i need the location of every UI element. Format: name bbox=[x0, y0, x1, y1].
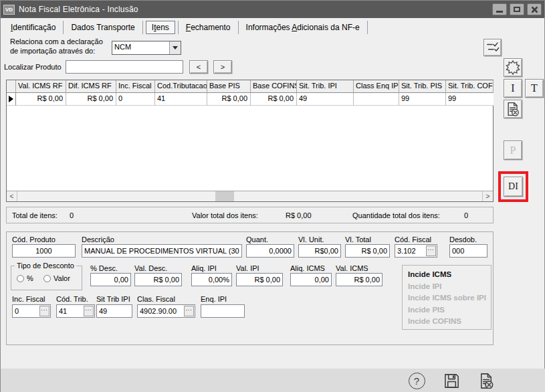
cod-fiscal-lookup-button[interactable]: ... bbox=[426, 246, 436, 256]
table-cell: R$ 0,00 bbox=[66, 93, 116, 106]
tab-dados-transporte[interactable]: Dados Transporte bbox=[64, 21, 142, 34]
cod-produto-label: Cód. Produto bbox=[12, 235, 56, 243]
inc-fiscal-label: Inc. Fiscal bbox=[12, 295, 45, 303]
descricao-input[interactable] bbox=[82, 244, 242, 258]
tab-informacoes-adicionais[interactable]: Informações Adicionais da NF-e bbox=[239, 21, 367, 34]
incide-icms-status: Incide ICMS bbox=[408, 269, 491, 281]
column-header[interactable]: Dif. ICMS RF bbox=[66, 80, 116, 93]
sit-trib-ipi-input[interactable] bbox=[96, 304, 132, 318]
vl-total-input[interactable] bbox=[345, 244, 390, 258]
help-button[interactable]: ? bbox=[407, 371, 426, 390]
scrollbar-thumb[interactable] bbox=[215, 191, 234, 201]
p-button: P bbox=[504, 140, 522, 160]
column-header[interactable]: Class Enq IPI bbox=[354, 80, 399, 93]
document-x-icon bbox=[505, 101, 521, 117]
desdob-input[interactable] bbox=[449, 244, 487, 258]
tab-fechamento[interactable]: Fechamento bbox=[179, 21, 238, 34]
quant-input[interactable] bbox=[246, 244, 294, 258]
enq-ipi-label: Enq. IPI bbox=[201, 295, 227, 303]
radio-icon bbox=[43, 275, 51, 282]
val-icms-input[interactable] bbox=[336, 273, 383, 286]
close-button[interactable] bbox=[527, 3, 542, 15]
items-table: Val. ICMS RF Dif. ICMS RF Inc. Fiscal Co… bbox=[6, 80, 494, 202]
cancel-button[interactable] bbox=[477, 371, 496, 390]
column-header[interactable]: Sit. Trib. IPI bbox=[297, 80, 354, 93]
titlebar: VD Nota Fiscal Eletrônica - Inclusão bbox=[1, 1, 544, 18]
enq-ipi-input[interactable] bbox=[201, 304, 245, 318]
incide-pis-status: Incide PIS bbox=[408, 304, 491, 316]
scroll-right-button[interactable]: > bbox=[482, 191, 493, 201]
cancel-document-button[interactable] bbox=[504, 100, 522, 118]
tipo-desconto-groupbox: Tipo de Desconto % Valor bbox=[11, 266, 82, 290]
next-product-button[interactable]: > bbox=[213, 60, 232, 74]
inc-fiscal-lookup-button[interactable]: ... bbox=[39, 306, 49, 316]
document-x-icon bbox=[477, 372, 496, 390]
aliq-ipi-input[interactable] bbox=[191, 273, 232, 286]
chevron-down-icon bbox=[173, 46, 178, 50]
aliq-icms-input[interactable] bbox=[290, 273, 332, 286]
table-cell: R$ 0,00 bbox=[251, 93, 297, 106]
localizar-produto-label: Localizar Produto bbox=[4, 63, 62, 71]
minimize-icon bbox=[496, 11, 503, 13]
table-cell: 0 bbox=[116, 93, 155, 106]
inc-fiscal-field[interactable]: 0 ... bbox=[12, 304, 51, 318]
aliq-ipi-label: Aliq. IPI bbox=[191, 264, 217, 272]
column-header[interactable]: Sit. Trib. PIS bbox=[399, 80, 446, 93]
val-desc-input[interactable] bbox=[134, 273, 182, 286]
selector-column-header bbox=[7, 80, 16, 93]
column-header[interactable]: Base PIS bbox=[207, 80, 251, 93]
di-button[interactable]: DI bbox=[504, 177, 523, 197]
text-button[interactable]: T bbox=[525, 79, 544, 98]
tab-itens[interactable]: Itens bbox=[146, 21, 175, 34]
cod-trib-lookup-button[interactable]: ... bbox=[84, 306, 94, 316]
relaciona-combobox[interactable]: NCM bbox=[112, 41, 181, 55]
clas-fiscal-value: 4902.90.00 bbox=[138, 307, 184, 315]
column-header[interactable]: Val. ICMS RF bbox=[16, 80, 66, 93]
tab-identificacao[interactable]: Identificação bbox=[3, 21, 63, 34]
cod-fiscal-field[interactable]: 3.102 ... bbox=[395, 244, 437, 258]
italic-button[interactable]: I bbox=[504, 79, 522, 98]
tab-separator bbox=[367, 21, 368, 34]
table-row[interactable]: R$ 0,00 R$ 0,00 0 41 R$ 0,00 R$ 0,00 49 … bbox=[7, 93, 493, 106]
window-title: Nota Fiscal Eletrônica - Inclusão bbox=[19, 5, 138, 14]
scroll-left-button[interactable]: < bbox=[7, 191, 17, 201]
radio-percent[interactable]: % bbox=[17, 274, 33, 282]
vl-unit-input[interactable] bbox=[298, 244, 341, 258]
sit-trib-ipi-label: Sit Trib IPI bbox=[96, 295, 130, 303]
minimize-button[interactable] bbox=[492, 3, 507, 15]
horizontal-scrollbar[interactable]: < > bbox=[7, 191, 493, 201]
radio-valor[interactable]: Valor bbox=[43, 274, 70, 282]
column-header[interactable]: Base COFINS bbox=[251, 80, 297, 93]
clas-fiscal-lookup-button[interactable]: ... bbox=[184, 306, 194, 316]
column-header[interactable]: Cod.Tributacao bbox=[155, 80, 207, 93]
cod-trib-field[interactable]: 41 ... bbox=[56, 304, 95, 318]
checklist-button[interactable] bbox=[483, 39, 502, 56]
tipo-desconto-legend: Tipo de Desconto bbox=[15, 262, 76, 270]
descricao-label: Descrição bbox=[82, 235, 114, 243]
save-button[interactable] bbox=[442, 371, 461, 390]
pct-desc-label: % Desc. bbox=[90, 264, 118, 272]
combobox-dropdown-button[interactable] bbox=[169, 41, 181, 54]
cod-trib-value: 41 bbox=[57, 307, 84, 315]
cod-produto-input[interactable] bbox=[12, 244, 76, 258]
table-cell bbox=[354, 93, 399, 106]
total-items-label: Total de itens: bbox=[12, 211, 58, 219]
relaciona-combobox-value: NCM bbox=[112, 41, 169, 54]
star-burst-icon bbox=[505, 60, 521, 76]
clas-fiscal-field[interactable]: 4902.90.00 ... bbox=[137, 304, 195, 318]
total-value-value: R$ 0,00 bbox=[286, 211, 312, 219]
total-qty-label: Quantidade total dos itens: bbox=[352, 211, 440, 219]
column-header[interactable]: Inc. Fiscal bbox=[116, 80, 155, 93]
localizar-produto-input[interactable] bbox=[66, 60, 183, 74]
star-button[interactable] bbox=[504, 58, 522, 77]
relaciona-label-line2: de importação através do: bbox=[10, 47, 95, 55]
column-header[interactable]: Sit. Trib. COF bbox=[446, 80, 494, 93]
table-cell: 49 bbox=[297, 93, 354, 106]
pct-desc-input[interactable] bbox=[90, 273, 131, 286]
relaciona-label-line1: Relaciona com a declaração bbox=[10, 37, 103, 45]
val-ipi-input[interactable] bbox=[236, 273, 283, 286]
maximize-button[interactable] bbox=[510, 3, 524, 15]
aliq-icms-label: Aliq. ICMS bbox=[290, 264, 325, 272]
previous-product-button[interactable]: < bbox=[189, 60, 208, 74]
incide-panel: Incide ICMS Incide IPI Incide ICMS sobre… bbox=[402, 265, 492, 330]
